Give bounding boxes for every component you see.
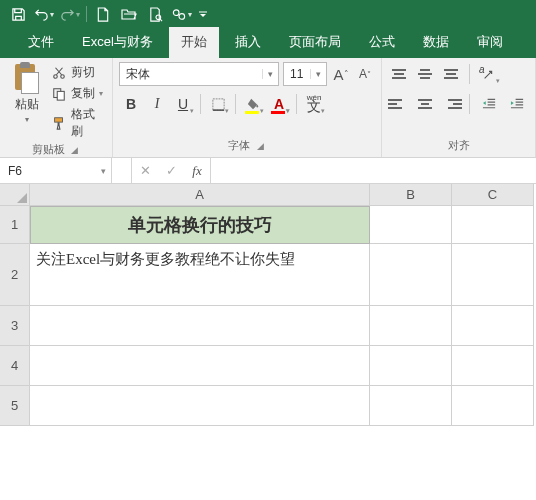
font-name-value: 宋体	[120, 66, 262, 83]
cell[interactable]	[452, 386, 534, 426]
worksheet-grid: 12345 ABC 单元格换行的技巧关注Excel与财务更多教程绝不让你失望	[0, 184, 536, 500]
tab-formulas[interactable]: 公式	[357, 27, 407, 58]
row-header[interactable]: 3	[0, 306, 30, 346]
tab-page-layout[interactable]: 页面布局	[277, 27, 353, 58]
qat-customize-icon[interactable]	[195, 2, 211, 26]
underline-button[interactable]: U▾	[171, 92, 195, 116]
name-box[interactable]: F6 ▾	[0, 158, 112, 183]
format-painter-icon	[51, 115, 67, 131]
cell[interactable]: 关注Excel与财务更多教程绝不让你失望	[30, 244, 370, 306]
save-icon[interactable]	[6, 2, 30, 26]
cell[interactable]	[30, 306, 370, 346]
group-clipboard: 粘贴 ▾ 剪切 复制 ▾ 格式刷 剪贴板 ◢	[0, 58, 113, 157]
row-header[interactable]: 1	[0, 206, 30, 244]
group-font: 宋体 ▾ 11 ▾ A˄ A˅ B I U▾ ▾ ▾ A▾	[113, 58, 382, 157]
italic-button[interactable]: I	[145, 92, 169, 116]
cell[interactable]	[452, 244, 534, 306]
svg-point-4	[61, 74, 65, 78]
font-name-combo[interactable]: 宋体 ▾	[119, 62, 279, 86]
font-color-button[interactable]: A▾	[267, 92, 291, 116]
row-header[interactable]: 4	[0, 346, 30, 386]
accept-formula-icon[interactable]: ✓	[158, 158, 184, 183]
tab-excel-finance[interactable]: Excel与财务	[70, 27, 165, 58]
print-preview-icon[interactable]	[143, 2, 167, 26]
font-launcher-icon[interactable]: ◢	[254, 140, 266, 152]
cell[interactable]	[452, 206, 534, 244]
touch-mode-icon[interactable]: ▾	[169, 2, 193, 26]
redo-icon[interactable]: ▾	[58, 2, 82, 26]
undo-icon[interactable]: ▾	[32, 2, 56, 26]
cell[interactable]	[452, 306, 534, 346]
qat-separator	[86, 6, 87, 22]
formula-input[interactable]	[211, 158, 536, 183]
column-header[interactable]: C	[452, 184, 534, 206]
group-align-label: 对齐	[448, 138, 470, 153]
tab-data[interactable]: 数据	[411, 27, 461, 58]
cell[interactable]	[370, 386, 452, 426]
tab-file[interactable]: 文件	[16, 27, 66, 58]
ribbon: 粘贴 ▾ 剪切 复制 ▾ 格式刷 剪贴板 ◢	[0, 58, 536, 158]
chevron-down-icon: ▾	[95, 166, 111, 176]
chevron-down-icon: ▾	[262, 69, 278, 79]
align-middle-button[interactable]	[414, 63, 436, 85]
align-left-button[interactable]	[388, 93, 410, 115]
tab-review[interactable]: 审阅	[465, 27, 515, 58]
column-header[interactable]: B	[370, 184, 452, 206]
bold-button[interactable]: B	[119, 92, 143, 116]
cancel-formula-icon[interactable]: ✕	[132, 158, 158, 183]
open-file-icon[interactable]	[117, 2, 141, 26]
quick-access-toolbar: ▾ ▾ ▾	[0, 0, 536, 28]
align-center-button[interactable]	[414, 93, 436, 115]
group-alignment: a▾ 对齐	[382, 58, 536, 157]
svg-rect-8	[212, 98, 223, 109]
cell[interactable]: 单元格换行的技巧	[30, 206, 370, 244]
select-all-corner[interactable]	[0, 184, 30, 206]
border-button[interactable]: ▾	[206, 92, 230, 116]
row-header[interactable]: 2	[0, 244, 30, 306]
decrease-indent-button[interactable]	[477, 92, 501, 116]
fill-color-button[interactable]: ▾	[241, 92, 265, 116]
group-clipboard-label: 剪贴板	[32, 142, 65, 157]
font-size-value: 11	[284, 67, 310, 81]
formula-bar-spacer	[112, 158, 132, 183]
cell[interactable]	[370, 306, 452, 346]
paste-button[interactable]: 粘贴 ▾	[6, 62, 47, 124]
insert-function-button[interactable]: fx	[184, 158, 210, 183]
svg-point-3	[54, 74, 58, 78]
orientation-button[interactable]: a▾	[477, 62, 501, 86]
copy-button[interactable]: 复制 ▾	[51, 85, 106, 102]
increase-indent-button[interactable]	[505, 92, 529, 116]
cell[interactable]	[452, 346, 534, 386]
cell[interactable]	[370, 206, 452, 244]
copy-label: 复制	[71, 85, 95, 102]
tab-home[interactable]: 开始	[169, 27, 219, 58]
column-header[interactable]: A	[30, 184, 370, 206]
copy-icon	[51, 86, 67, 102]
cell[interactable]	[370, 346, 452, 386]
ribbon-tabs: 文件 Excel与财务 开始 插入 页面布局 公式 数据 审阅	[0, 28, 536, 58]
align-top-button[interactable]	[388, 63, 410, 85]
cell[interactable]	[30, 346, 370, 386]
decrease-font-icon[interactable]: A˅	[355, 63, 375, 85]
formula-bar: F6 ▾ ✕ ✓ fx	[0, 158, 536, 184]
align-right-button[interactable]	[440, 93, 462, 115]
cell[interactable]	[370, 244, 452, 306]
format-painter-button[interactable]: 格式刷	[51, 106, 106, 140]
svg-rect-6	[57, 91, 64, 100]
new-file-icon[interactable]	[91, 2, 115, 26]
paste-label: 粘贴	[15, 96, 39, 113]
cut-icon	[51, 65, 67, 81]
svg-rect-7	[55, 118, 63, 122]
tab-insert[interactable]: 插入	[223, 27, 273, 58]
cell[interactable]	[30, 386, 370, 426]
font-size-combo[interactable]: 11 ▾	[283, 62, 327, 86]
name-box-value: F6	[0, 164, 95, 178]
format-painter-label: 格式刷	[71, 106, 106, 140]
phonetic-button[interactable]: wén 文▾	[302, 92, 326, 116]
svg-point-0	[155, 14, 160, 19]
row-header[interactable]: 5	[0, 386, 30, 426]
clipboard-launcher-icon[interactable]: ◢	[69, 144, 81, 156]
cut-button[interactable]: 剪切	[51, 64, 106, 81]
align-bottom-button[interactable]	[440, 63, 462, 85]
increase-font-icon[interactable]: A˄	[331, 63, 351, 85]
